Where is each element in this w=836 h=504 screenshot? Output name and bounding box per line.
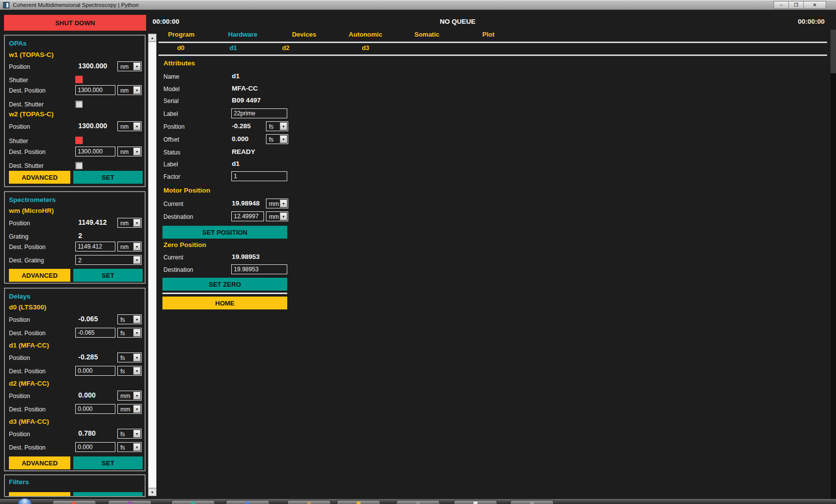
- taskbar-app-button[interactable]: [510, 500, 554, 504]
- set-zero-button[interactable]: SET ZERO: [162, 278, 287, 291]
- tab-d3[interactable]: d3: [362, 44, 369, 51]
- dropdown-arrow-icon[interactable]: ▼: [133, 315, 141, 323]
- attr-offset-value: 0.000: [232, 135, 249, 143]
- attr-offset-unit-dropdown[interactable]: fs▼: [266, 134, 288, 144]
- minimize-button[interactable]: –: [774, 1, 789, 9]
- d0-position-unit-dropdown[interactable]: fs▼: [117, 314, 142, 324]
- attr-label-input[interactable]: [231, 108, 287, 118]
- attr-position-unit: fs: [269, 123, 273, 130]
- dropdown-arrow-icon[interactable]: ▼: [280, 135, 287, 143]
- dropdown-arrow-icon[interactable]: ▼: [133, 430, 141, 438]
- delays-set-button[interactable]: SET: [73, 456, 143, 469]
- dropdown-arrow-icon[interactable]: ▼: [280, 212, 287, 220]
- tab-autonomic[interactable]: Autonomic: [349, 31, 382, 38]
- d1-dest-position-input[interactable]: [75, 366, 115, 376]
- d2-position-unit-dropdown[interactable]: mm▼: [117, 391, 142, 401]
- restore-button[interactable]: ❐: [788, 1, 804, 9]
- d1-position-unit-dropdown[interactable]: fs▼: [117, 353, 142, 362]
- dropdown-arrow-icon[interactable]: ▼: [133, 367, 141, 375]
- d3-dest-position-row: Dest. Position fs▼: [5, 442, 145, 453]
- dropdown-arrow-icon[interactable]: ▼: [133, 443, 141, 451]
- taskbar-app-button[interactable]: [171, 500, 215, 504]
- main-scrollbar-thumb[interactable]: [831, 30, 836, 73]
- dropdown-arrow-icon[interactable]: ▼: [133, 353, 141, 361]
- dropdown-arrow-icon[interactable]: ▼: [133, 392, 141, 400]
- taskbar-app-button[interactable]: [108, 500, 152, 504]
- tab-somatic[interactable]: Somatic: [415, 31, 440, 38]
- wm-dest-position-unit: nm: [120, 244, 129, 251]
- window-controls: – ❐ ✕: [774, 1, 826, 9]
- taskbar-app-icon: [530, 502, 534, 504]
- delays-advanced-button[interactable]: ADVANCED: [9, 456, 70, 469]
- dropdown-arrow-icon[interactable]: ▼: [280, 200, 287, 207]
- wm-dest-position-input[interactable]: [75, 242, 115, 252]
- wm-grating-value: 2: [78, 232, 82, 240]
- tab-devices[interactable]: Devices: [292, 31, 316, 38]
- taskbar-app-icon: [72, 502, 76, 504]
- d0-position-unit: fs: [120, 316, 125, 323]
- motor-current-unit-dropdown[interactable]: mm▼: [266, 199, 288, 208]
- d2-position-unit: mm: [120, 393, 130, 400]
- close-button[interactable]: ✕: [803, 1, 826, 9]
- wm-dest-position-unit-dropdown[interactable]: nm▼: [117, 242, 142, 252]
- w1-position-unit-dropdown[interactable]: nm▼: [117, 61, 142, 71]
- taskbar-app-button[interactable]: [52, 500, 96, 504]
- d2-dest-position-input[interactable]: [75, 404, 115, 414]
- attr-serial-row: Serial B09 4497: [0, 96, 836, 106]
- filters-advanced-button[interactable]: [9, 492, 70, 497]
- filters-set-button[interactable]: [73, 492, 143, 497]
- wm-dest-position-row: Dest. Position nm▼: [5, 242, 145, 252]
- zero-current-value: 19.98953: [232, 253, 260, 260]
- scroll-up-button[interactable]: ▲: [148, 34, 157, 42]
- taskbar-app-button[interactable]: [396, 500, 440, 504]
- taskbar-app-icon: [191, 502, 195, 504]
- tab-program[interactable]: Program: [168, 31, 194, 38]
- d0-dest-position-input[interactable]: [75, 328, 115, 338]
- dropdown-arrow-icon[interactable]: ▼: [133, 329, 141, 337]
- home-button[interactable]: HOME: [162, 297, 287, 309]
- motor-destination-unit-dropdown[interactable]: mm▼: [266, 211, 288, 221]
- attr-model-row: Model MFA-CC: [0, 84, 836, 95]
- attr-status-label: Status: [163, 149, 180, 156]
- attr-position-unit-dropdown[interactable]: fs▼: [266, 121, 288, 131]
- set-position-button[interactable]: SET POSITION: [162, 226, 287, 239]
- tab-d2[interactable]: d2: [282, 44, 289, 51]
- d1-dest-position-unit: fs: [120, 368, 125, 375]
- dropdown-arrow-icon[interactable]: ▼: [133, 62, 141, 70]
- d1-dest-position-unit-dropdown[interactable]: fs▼: [117, 366, 142, 376]
- d0-position-row: Position -0.065 fs▼: [5, 314, 145, 325]
- attr-factor-input[interactable]: [231, 171, 287, 181]
- tab-hardware[interactable]: Hardware: [228, 31, 257, 38]
- d0-dest-position-unit-dropdown[interactable]: fs▼: [117, 328, 142, 338]
- start-button[interactable]: [18, 498, 32, 504]
- d3-dest-position-input[interactable]: [75, 442, 115, 452]
- attr-status-value: READY: [232, 148, 255, 155]
- tab-plot[interactable]: Plot: [482, 31, 495, 38]
- d1-device-name: d1 (MFA-CC): [9, 342, 49, 349]
- d2-dest-position-unit-dropdown[interactable]: mm▼: [117, 404, 142, 414]
- tab-d0[interactable]: d0: [177, 44, 184, 51]
- attr-model-value: MFA-CC: [232, 85, 258, 92]
- d3-dest-position-unit-dropdown[interactable]: fs▼: [117, 442, 142, 452]
- title-bar: Coherent Multidimensional Spectroscopy |…: [0, 0, 836, 10]
- tab-underline: [158, 42, 827, 43]
- taskbar-app-button[interactable]: [454, 500, 497, 504]
- d2-dest-position-row: Dest. Position mm▼: [5, 404, 145, 415]
- taskbar-app-button[interactable]: [226, 500, 269, 504]
- elapsed-timer-right: 00:00:00: [798, 18, 825, 25]
- tab-d1[interactable]: d1: [229, 44, 237, 51]
- motor-destination-input[interactable]: [231, 211, 264, 221]
- scroll-down-button[interactable]: ▼: [148, 488, 157, 496]
- delays-panel: Delays d0 (LTS300) Position -0.065 fs▼ D…: [4, 288, 146, 471]
- shut-down-button[interactable]: SHUT DOWN: [4, 15, 146, 31]
- d2-dest-position-unit: mm: [120, 406, 130, 413]
- dropdown-arrow-icon[interactable]: ▼: [133, 405, 141, 413]
- taskbar-app-button[interactable]: [337, 500, 380, 504]
- d3-position-unit-dropdown[interactable]: fs▼: [117, 429, 142, 439]
- main-scrollbar[interactable]: [831, 30, 836, 499]
- zero-destination-input[interactable]: [231, 264, 287, 274]
- dropdown-arrow-icon[interactable]: ▼: [133, 243, 141, 251]
- d3-position-unit: fs: [120, 431, 125, 438]
- taskbar-app-button[interactable]: [287, 500, 331, 504]
- dropdown-arrow-icon[interactable]: ▼: [280, 122, 287, 130]
